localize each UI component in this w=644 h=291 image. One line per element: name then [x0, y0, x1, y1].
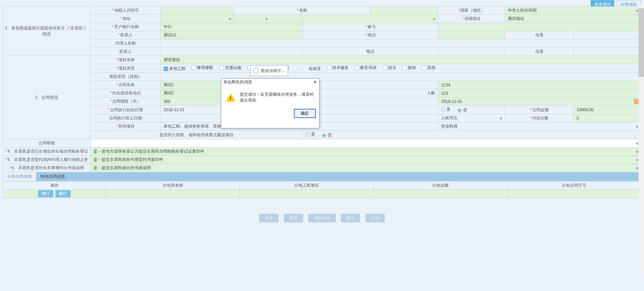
spinner-icon — [253, 68, 259, 74]
overlay: 数据加载中... 来自网页的消息 ✕ 提交成功！若无需继续办理业务，请及时退出系… — [0, 0, 644, 291]
dialog-message: 提交成功！若无需继续办理业务，请及时退出系统 — [240, 92, 314, 103]
message-dialog: 来自网页的消息 ✕ 提交成功！若无需继续办理业务，请及时退出系统 确定 — [221, 78, 320, 128]
warning-icon — [226, 93, 236, 102]
loading-toast: 数据加载中... — [250, 65, 288, 76]
close-icon[interactable]: ✕ — [313, 79, 317, 85]
dialog-title: 来自网页的消息 — [223, 79, 252, 85]
ok-button[interactable]: 确定 — [294, 109, 316, 118]
